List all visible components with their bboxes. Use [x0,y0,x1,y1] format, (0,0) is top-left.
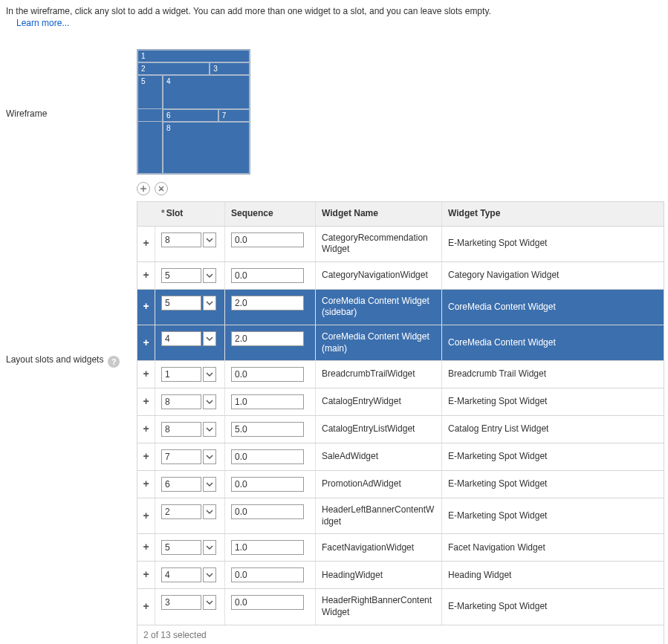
slot-dropdown-button[interactable] [203,595,216,610]
row-add-button[interactable]: + [143,511,149,521]
slot-input[interactable] [161,268,201,283]
slot-input[interactable] [161,540,201,555]
row-add-button[interactable]: + [143,452,149,462]
widget-name-cell: SaleAdWidget [316,443,442,470]
row-add-button[interactable]: + [143,570,149,580]
row-add-button[interactable]: + [143,270,149,281]
sequence-input[interactable] [231,449,304,464]
widget-type-cell: E-Marketing Spot Widget [442,227,664,261]
learn-more-link[interactable]: Learn more... [16,18,662,28]
slot-input[interactable] [161,367,201,382]
widget-name-cell: HeaderRightBannerContentWidget [316,589,442,624]
wireframe-slot-3[interactable]: 3 [210,62,250,75]
table-row[interactable]: + FacetNavigationWidget Facet Navigation… [137,534,664,562]
sequence-input[interactable] [231,367,304,382]
slot-dropdown-button[interactable] [203,540,216,555]
sequence-input[interactable] [231,232,304,247]
sequence-input[interactable] [231,422,304,437]
widget-type-cell: Breadcrumb Trail Widget [442,361,664,388]
sequence-input[interactable] [231,394,304,409]
sequence-input[interactable] [231,296,304,310]
col-widget-type[interactable]: Widget Type [442,202,664,226]
widget-type-cell: Facet Navigation Widget [442,534,664,561]
slot-dropdown-button[interactable] [203,422,216,437]
slot-input[interactable] [161,331,201,346]
slot-input[interactable] [161,477,201,492]
row-add-button[interactable]: + [143,238,149,249]
table-row[interactable]: + CoreMedia Content Widget (sidebar) Cor… [137,290,664,325]
wireframe-slot-5c[interactable] [137,122,163,174]
sequence-input[interactable] [231,268,304,283]
table-row[interactable]: + CatalogEntryWidget E-Marketing Spot Wi… [137,388,664,416]
widget-table: *Slot Sequence Widget Name Widget Type +… [137,201,664,625]
help-icon[interactable]: ? [108,356,120,368]
row-add-button[interactable]: + [143,602,149,612]
sequence-input[interactable] [231,477,304,492]
slot-input[interactable] [161,449,201,464]
row-add-button[interactable]: + [143,397,149,407]
toolbar-remove-button[interactable] [155,182,168,195]
row-add-button[interactable]: + [143,542,149,553]
intro-text: In the wireframe, click any slot to add … [6,6,662,16]
wireframe-slot-1[interactable]: 1 [137,50,250,62]
row-add-button[interactable]: + [143,479,149,489]
widgets-label: Layout slots and widgets [6,354,103,365]
slot-input[interactable] [161,394,201,409]
slot-input[interactable] [161,567,201,582]
table-row[interactable]: + HeadingWidget Heading Widget [137,562,664,589]
slot-dropdown-button[interactable] [203,268,216,283]
table-row[interactable]: + CoreMedia Content Widget (main) CoreMe… [137,325,664,361]
wireframe-slot-8[interactable]: 8 [163,122,250,174]
slot-input[interactable] [161,296,201,310]
widget-name-cell: PromotionAdWidget [316,471,442,498]
col-slot[interactable]: *Slot [155,202,225,226]
wireframe-slot-2[interactable]: 2 [137,62,210,75]
slot-dropdown-button[interactable] [203,367,216,382]
widget-name-cell: CatalogEntryListWidget [316,416,442,443]
table-footer: 2 of 13 selected [137,625,664,644]
wireframe-slot-7[interactable]: 7 [218,109,250,122]
widget-type-cell: Heading Widget [442,562,664,588]
wireframe-diagram[interactable]: 1 2 3 5 4 6 7 8 [137,49,250,175]
widget-type-cell: E-Marketing Spot Widget [442,388,664,415]
row-add-button[interactable]: + [143,424,149,435]
slot-input[interactable] [161,504,201,519]
slot-dropdown-button[interactable] [203,394,216,409]
table-row[interactable]: + SaleAdWidget E-Marketing Spot Widget [137,443,664,471]
widget-type-cell: E-Marketing Spot Widget [442,498,664,533]
sequence-input[interactable] [231,540,304,555]
slot-dropdown-button[interactable] [203,567,216,582]
sequence-input[interactable] [231,567,304,582]
widget-name-cell: CatalogEntryWidget [316,388,442,415]
row-add-button[interactable]: + [143,302,149,312]
slot-dropdown-button[interactable] [203,449,216,464]
table-row[interactable]: + HeaderRightBannerContentWidget E-Marke… [137,589,664,625]
sequence-input[interactable] [231,331,304,346]
sequence-input[interactable] [231,504,304,519]
wireframe-slot-5b[interactable] [137,109,163,122]
row-add-button[interactable]: + [143,369,149,380]
slot-input[interactable] [161,232,201,247]
table-row[interactable]: + BreadcrumbTrailWidget Breadcrumb Trail… [137,361,664,388]
slot-dropdown-button[interactable] [203,504,216,519]
slot-dropdown-button[interactable] [203,477,216,492]
wireframe-slot-5[interactable]: 5 [137,75,163,109]
col-sequence[interactable]: Sequence [225,202,316,226]
table-row[interactable]: + CategoryRecommendationWidget E-Marketi… [137,227,664,262]
col-widget-name[interactable]: Widget Name [316,202,442,226]
slot-input[interactable] [161,422,201,437]
row-add-button[interactable]: + [143,338,149,348]
wireframe-slot-6[interactable]: 6 [163,109,218,122]
slot-input[interactable] [161,595,201,610]
slot-dropdown-button[interactable] [203,331,216,346]
slot-dropdown-button[interactable] [203,296,216,310]
table-row[interactable]: + CatalogEntryListWidget Catalog Entry L… [137,416,664,443]
toolbar-add-button[interactable] [137,182,150,195]
table-row[interactable]: + HeaderLeftBannerContentWidget E-Market… [137,498,664,534]
table-row[interactable]: + CategoryNavigationWidget Category Navi… [137,262,664,290]
wireframe-slot-4[interactable]: 4 [163,75,250,109]
table-row[interactable]: + PromotionAdWidget E-Marketing Spot Wid… [137,471,664,498]
widget-type-cell: CoreMedia Content Widget [442,290,664,325]
sequence-input[interactable] [231,595,304,610]
slot-dropdown-button[interactable] [203,232,216,247]
